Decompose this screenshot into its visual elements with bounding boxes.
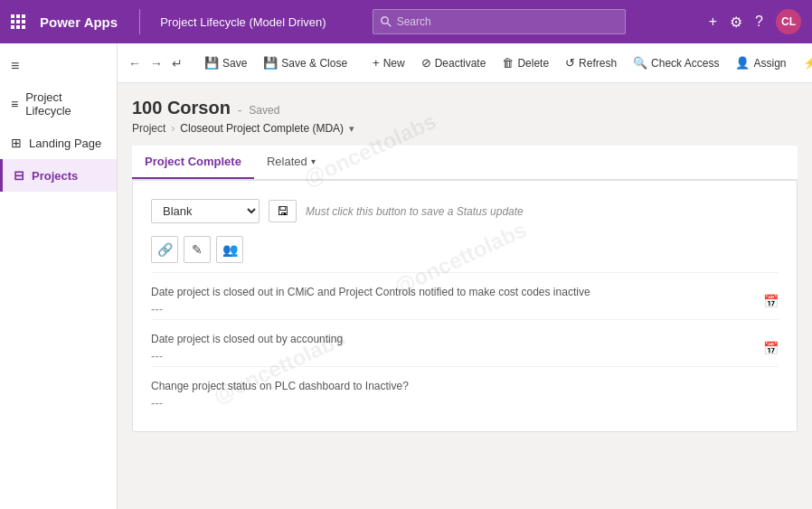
field-group: Date project is closed out in CMiC and P… bbox=[151, 272, 779, 413]
form-card: Blank In Progress Complete N/A 🖫 Must cl… bbox=[132, 180, 798, 432]
edit-icon: ✎ bbox=[192, 242, 203, 257]
tab-related[interactable]: Related ▾ bbox=[254, 146, 328, 179]
sidebar-projects-icon: ⊟ bbox=[14, 168, 24, 183]
accounting-close-date-label: Date project is closed out by accounting bbox=[151, 333, 763, 345]
users-icon: 👥 bbox=[222, 242, 238, 257]
svg-rect-3 bbox=[11, 20, 14, 24]
refresh-button[interactable]: ↺ Refresh bbox=[558, 52, 624, 73]
content-area: ← → ↵ 💾 Save 💾 Save & Close + New ⊘ Deac… bbox=[118, 43, 812, 509]
tab-related-dropdown-icon: ▾ bbox=[311, 156, 316, 166]
flow-button[interactable]: ⚡ Flow ▾ bbox=[796, 52, 813, 73]
nav-divider bbox=[139, 9, 140, 34]
new-button[interactable]: + New bbox=[365, 52, 412, 73]
help-icon-button[interactable]: ? bbox=[755, 14, 763, 30]
add-icon-button[interactable]: + bbox=[709, 14, 717, 30]
attach-button[interactable]: 🔗 bbox=[151, 236, 178, 263]
refresh-icon: ↺ bbox=[565, 56, 575, 70]
avatar[interactable]: CL bbox=[776, 9, 801, 34]
sidebar-item-projects[interactable]: ⊟ Projects bbox=[0, 159, 117, 192]
sidebar-landing-page-icon: ⊞ bbox=[11, 136, 22, 150]
field-accounting-close-date: Date project is closed out by accounting… bbox=[151, 319, 779, 366]
sidebar: ≡ ≡ Project Lifecycle ⊞ Landing Page ⊟ P… bbox=[0, 43, 118, 509]
sidebar-item-project-lifecycle[interactable]: ≡ Project Lifecycle bbox=[0, 81, 117, 127]
deactivate-button[interactable]: ⊘ Deactivate bbox=[414, 52, 494, 73]
page-title: Project Lifecycle (Model Driven) bbox=[149, 15, 326, 29]
delete-button[interactable]: 🗑 Delete bbox=[495, 52, 556, 73]
sidebar-project-lifecycle-icon: ≡ bbox=[11, 97, 18, 111]
users-button[interactable]: 👥 bbox=[216, 236, 243, 263]
search-box[interactable] bbox=[373, 9, 626, 34]
back-button[interactable]: ← bbox=[125, 54, 145, 72]
breadcrumb: Project › Closeout Project Complete (MDA… bbox=[132, 122, 798, 135]
breadcrumb-dropdown-icon[interactable]: ▾ bbox=[349, 123, 354, 135]
save-close-button[interactable]: 💾 Save & Close bbox=[256, 52, 354, 73]
svg-point-9 bbox=[381, 17, 388, 24]
svg-rect-8 bbox=[22, 25, 25, 29]
assign-button[interactable]: 👤 Assign bbox=[728, 52, 793, 73]
breadcrumb-separator: › bbox=[171, 122, 175, 135]
attach-icon: 🔗 bbox=[157, 242, 173, 257]
delete-icon: 🗑 bbox=[502, 56, 514, 70]
breadcrumb-parent[interactable]: Project bbox=[132, 122, 165, 135]
field-cmic-close-date: Date project is closed out in CMiC and P… bbox=[151, 272, 779, 319]
sidebar-item-label: Landing Page bbox=[29, 137, 101, 150]
tab-project-complete[interactable]: Project Complete bbox=[132, 146, 254, 179]
svg-rect-6 bbox=[11, 25, 14, 29]
status-row: Blank In Progress Complete N/A 🖫 Must cl… bbox=[151, 199, 779, 223]
svg-rect-7 bbox=[16, 25, 20, 29]
nav-arrows: ← → ↵ bbox=[125, 54, 186, 72]
tabs-container: Project Complete Related ▾ bbox=[132, 146, 798, 180]
forward-button[interactable]: → bbox=[146, 54, 166, 72]
record-separator: - bbox=[238, 103, 241, 117]
save-close-icon: 💾 bbox=[263, 56, 278, 70]
right-icons: + ⚙ ? CL bbox=[709, 9, 801, 34]
toolbar: ← → ↵ 💾 Save 💾 Save & Close + New ⊘ Deac… bbox=[118, 43, 812, 83]
svg-rect-5 bbox=[22, 20, 25, 24]
svg-rect-4 bbox=[16, 20, 20, 24]
new-icon: + bbox=[373, 56, 380, 70]
sidebar-item-label: Project Lifecycle bbox=[25, 90, 106, 118]
page-content: @oncettolabs @oncettolabs @oncettolabs 1… bbox=[118, 83, 812, 509]
settings-icon-button[interactable]: ⚙ bbox=[730, 14, 742, 31]
accounting-close-date-calendar-icon[interactable]: 📅 bbox=[763, 341, 779, 355]
save-button[interactable]: 💾 Save bbox=[197, 52, 254, 73]
breadcrumb-current: Closeout Project Complete (MDA) bbox=[180, 122, 344, 135]
cmic-close-date-calendar-icon[interactable]: 📅 bbox=[763, 294, 779, 308]
svg-rect-2 bbox=[22, 14, 25, 18]
undo-button[interactable]: ↵ bbox=[168, 54, 186, 72]
cmic-close-date-label: Date project is closed out in CMiC and P… bbox=[151, 286, 763, 298]
check-access-icon: 🔍 bbox=[633, 56, 647, 70]
save-icon: 💾 bbox=[204, 56, 219, 70]
plc-status-value[interactable]: --- bbox=[151, 396, 779, 410]
sidebar-item-label: Projects bbox=[32, 169, 78, 183]
plc-status-label: Change project status on PLC dashboard t… bbox=[151, 380, 779, 392]
svg-rect-1 bbox=[16, 14, 20, 18]
record-name: 100 Corson bbox=[132, 98, 231, 118]
sidebar-hamburger[interactable]: ≡ bbox=[0, 51, 117, 81]
status-save-button[interactable]: 🖫 bbox=[269, 200, 297, 222]
status-save-icon: 🖫 bbox=[277, 204, 288, 218]
assign-icon: 👤 bbox=[735, 56, 750, 70]
accounting-close-date-value[interactable]: --- bbox=[151, 349, 763, 363]
flow-icon: ⚡ bbox=[803, 56, 813, 70]
deactivate-icon: ⊘ bbox=[421, 56, 431, 70]
check-access-button[interactable]: 🔍 Check Access bbox=[626, 52, 726, 73]
status-hint: Must click this button to save a Status … bbox=[306, 205, 524, 218]
app-title: Power Apps bbox=[40, 14, 130, 30]
main-layout: ≡ ≡ Project Lifecycle ⊞ Landing Page ⊟ P… bbox=[0, 43, 812, 509]
svg-rect-0 bbox=[11, 14, 14, 18]
record-saved-status: Saved bbox=[249, 104, 279, 117]
sidebar-item-landing-page[interactable]: ⊞ Landing Page bbox=[0, 127, 117, 159]
field-plc-status: Change project status on PLC dashboard t… bbox=[151, 366, 779, 413]
record-header: 100 Corson - Saved bbox=[132, 98, 798, 118]
cmic-close-date-value[interactable]: --- bbox=[151, 302, 763, 316]
status-dropdown[interactable]: Blank In Progress Complete N/A bbox=[151, 199, 260, 223]
edit-button[interactable]: ✎ bbox=[184, 236, 211, 263]
search-input[interactable] bbox=[397, 15, 618, 28]
app-grid-icon[interactable] bbox=[11, 14, 25, 29]
action-icons-row: 🔗 ✎ 👥 bbox=[151, 236, 779, 263]
svg-line-10 bbox=[387, 24, 391, 27]
top-navigation: Power Apps Project Lifecycle (Model Driv… bbox=[0, 0, 812, 43]
